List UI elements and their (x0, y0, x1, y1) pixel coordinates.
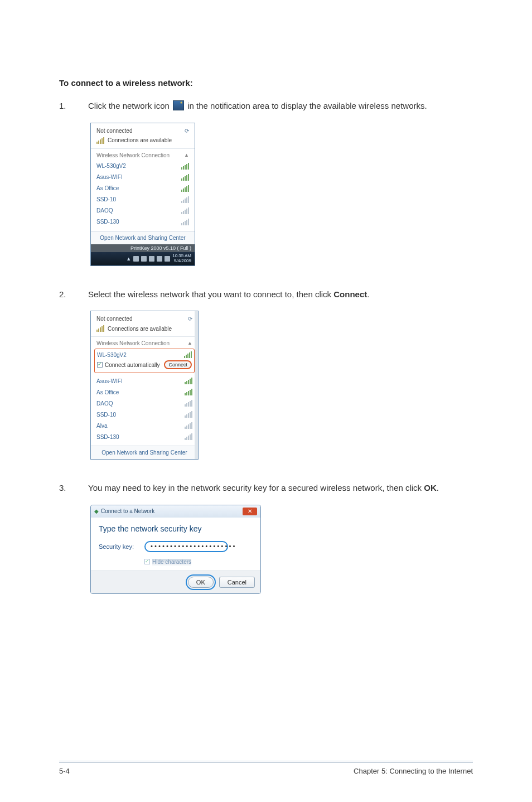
step-1: 1. Click the network icon in the notific… (59, 100, 473, 113)
tray-app-icon[interactable] (165, 256, 170, 262)
network-item[interactable]: DAOQ (96, 398, 192, 409)
open-network-center-link[interactable]: Open Network and Sharing Center (91, 231, 195, 244)
network-item[interactable]: As Office (96, 386, 192, 398)
page-number: 5-4 (59, 767, 70, 775)
network-item[interactable]: DAOQ (96, 205, 189, 216)
scrollbar[interactable] (195, 311, 198, 459)
status-text: Not connected (96, 316, 133, 322)
signal-icon (185, 389, 192, 395)
signal-icon (185, 400, 192, 407)
network-tray-icon (173, 100, 184, 110)
tray-flag-icon[interactable] (133, 256, 139, 262)
selected-network[interactable]: WL-530gV2 Connect automatically Connect (94, 349, 195, 373)
network-name: As Office (96, 185, 119, 191)
step-text: in the notification area to display the … (187, 101, 427, 110)
network-name: SSD-130 (96, 434, 119, 440)
step-text: Click the network icon (88, 101, 172, 110)
hide-characters-checkbox[interactable] (144, 559, 150, 564)
step-text: . (367, 289, 369, 299)
network-name: WL-530gV2 (97, 352, 127, 358)
signal-icon (181, 207, 189, 214)
taskbar: ▲ 10:35 AM 9/4/2009 (91, 252, 195, 265)
section-heading: To connect to a wireless network: (59, 78, 473, 88)
network-item[interactable]: SSD-130 (96, 216, 189, 228)
step-text: You may need to key in the network secur… (88, 483, 424, 492)
open-network-center-link[interactable]: Open Network and Sharing Center (91, 446, 198, 459)
signal-icon (184, 351, 192, 358)
ok-button[interactable]: OK (188, 577, 214, 588)
network-name: Asus-WIFI (96, 174, 123, 180)
tray-network-icon[interactable] (141, 256, 147, 262)
signal-icon (181, 196, 189, 203)
network-name: Asus-WIFI (96, 378, 123, 384)
signal-icon (181, 219, 189, 225)
redaction (152, 559, 191, 566)
security-key-value: •••••••••••••••••••••• (150, 543, 236, 549)
connections-available-label: Connections are available (108, 137, 172, 143)
network-item[interactable]: SSD-10 (96, 194, 189, 205)
cancel-button[interactable]: Cancel (219, 577, 255, 588)
step-text: Select the wireless network that you wan… (88, 289, 333, 299)
security-key-input[interactable]: •••••••••••••••••••••• (144, 541, 228, 552)
adapter-name: Wireless Network Connection (96, 152, 170, 158)
signal-icon (185, 433, 192, 440)
network-item[interactable]: Asus-WIFI (96, 375, 192, 386)
wifi-flyout-expanded: Not connected ⟳ Connections are availabl… (90, 311, 199, 460)
network-name: SSD-10 (96, 196, 116, 202)
wifi-flyout: Not connected ⟳ Connections are availabl… (90, 123, 195, 266)
network-name: DAOQ (96, 400, 113, 407)
tray-volume-icon[interactable] (149, 256, 154, 262)
refresh-icon[interactable]: ⟳ (188, 316, 192, 322)
tray-show-hidden-icon[interactable]: ▲ (126, 256, 131, 262)
chapter-title: Chapter 5: Connecting to the Internet (354, 767, 473, 775)
tooltip: PrintKey 2000 v5.10 ( Full ) (91, 244, 195, 252)
network-name: As Office (96, 389, 119, 395)
network-item[interactable]: Alva (96, 420, 192, 431)
clock[interactable]: 10:35 AM 9/4/2009 (172, 254, 191, 264)
collapse-icon[interactable]: ▲ (187, 340, 192, 346)
page-footer: 5-4 Chapter 5: Connecting to the Interne… (59, 762, 473, 775)
connect-button[interactable]: Connect (164, 360, 192, 369)
step-number: 3. (59, 482, 88, 495)
step-3: 3. You may need to key in the network se… (59, 482, 473, 495)
signal-icon (185, 422, 192, 429)
network-name: WL-530gV2 (96, 163, 126, 169)
signal-icon (181, 174, 189, 181)
signal-icon (181, 163, 189, 170)
close-button[interactable]: ✕ (243, 508, 257, 515)
dialog-title: Connect to a Network (101, 508, 154, 514)
auto-connect-label: Connect automatically (105, 362, 159, 368)
network-name: DAOQ (96, 207, 113, 214)
network-item[interactable]: SSD-10 (96, 409, 192, 420)
tray-app-icon[interactable] (157, 256, 162, 262)
signal-icon (185, 378, 192, 384)
step-bold: OK (424, 483, 437, 492)
step-number: 1. (59, 100, 88, 113)
collapse-icon[interactable]: ▲ (184, 152, 189, 158)
step-bold: Connect (333, 289, 367, 299)
adapter-name: Wireless Network Connection (96, 340, 170, 346)
security-key-label: Security key: (99, 543, 138, 550)
network-name: Alva (96, 423, 107, 429)
auto-connect-checkbox[interactable] (97, 362, 103, 368)
signal-icon (185, 411, 192, 418)
network-name: SSD-10 (96, 412, 116, 418)
signal-icon (181, 185, 189, 192)
signal-icon (96, 137, 104, 144)
signal-icon (96, 325, 104, 332)
network-item[interactable]: Asus-WIFI (96, 172, 189, 183)
refresh-icon[interactable]: ⟳ (185, 128, 189, 134)
connections-available-label: Connections are available (108, 326, 172, 332)
network-item[interactable]: WL-530gV2 (96, 161, 189, 172)
network-item[interactable]: As Office (96, 183, 189, 194)
network-name: SSD-130 (96, 219, 119, 225)
network-item[interactable]: SSD-130 (96, 431, 192, 442)
shield-icon: ◆ (94, 508, 99, 514)
status-text: Not connected (96, 128, 133, 134)
dialog-heading: Type the network security key (99, 524, 253, 533)
security-key-dialog: ◆ Connect to a Network ✕ Type the networ… (90, 505, 261, 594)
step-2: 2. Select the wireless network that you … (59, 288, 473, 301)
step-text: . (437, 483, 439, 492)
step-number: 2. (59, 288, 88, 301)
